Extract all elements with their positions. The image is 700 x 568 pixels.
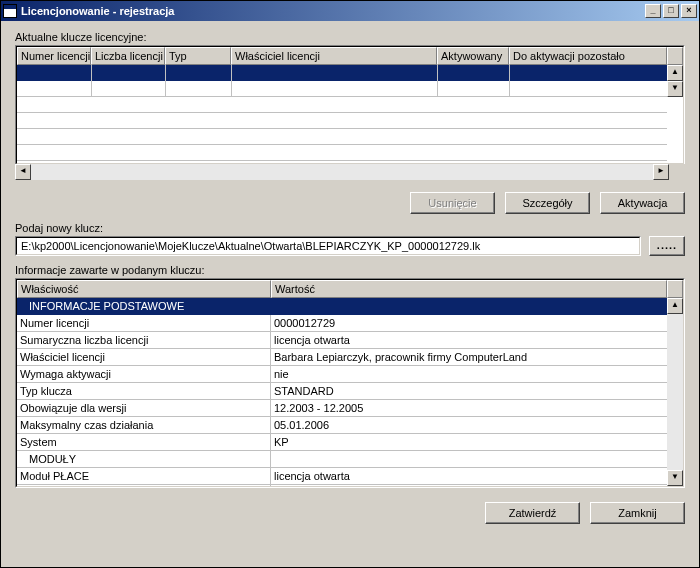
license-table-header: Numer licencji Liczba licencji Typ Właśc…: [17, 47, 667, 65]
table-row[interactable]: Sumaryczna liczba licencjilicencja otwar…: [17, 332, 667, 349]
table-row[interactable]: Maksymalny czas działania05.01.2006: [17, 417, 667, 434]
property-cell: System: [17, 434, 271, 451]
delete-button[interactable]: Usunięcie: [410, 192, 495, 214]
table-row[interactable]: Właściciel licencjiBarbara Lepiarczyk, p…: [17, 349, 667, 366]
scroll-down-icon[interactable]: ▼: [667, 470, 683, 486]
scroll-down-icon[interactable]: ▼: [667, 81, 683, 97]
key-info-label: Informacje zawarte w podanym kluczu:: [15, 264, 685, 276]
property-cell: Sumaryczna liczba licencji: [17, 332, 271, 349]
property-cell: Obowiązuje dla wersji: [17, 400, 271, 417]
license-vscroll[interactable]: ▲ ▼: [667, 47, 683, 97]
property-cell: Maksymalny czas działania: [17, 417, 271, 434]
confirm-button[interactable]: Zatwierdź: [485, 502, 580, 524]
table-row[interactable]: Moduł KADRYlicencja otwarta: [17, 485, 667, 486]
table-row[interactable]: INFORMACJE PODSTAWOWE: [17, 298, 667, 315]
property-cell: MODUŁY: [17, 451, 271, 468]
license-table-body[interactable]: [17, 65, 667, 97]
app-icon: [3, 4, 17, 18]
table-row[interactable]: Wymaga aktywacjinie: [17, 366, 667, 383]
dialog-buttons: Zatwierdź Zamknij: [15, 502, 685, 524]
close-dialog-button[interactable]: Zamknij: [590, 502, 685, 524]
value-cell: licencja otwarta: [271, 485, 667, 486]
window: Licencjonowanie - rejestracja _ □ × Aktu…: [0, 0, 700, 568]
scroll-left-icon[interactable]: ◄: [15, 164, 31, 180]
browse-button[interactable]: .....: [649, 236, 685, 256]
col-pozostalo[interactable]: Do aktywacji pozostało: [509, 47, 667, 65]
close-button[interactable]: ×: [681, 4, 697, 18]
license-hscroll[interactable]: ◄ ►: [15, 164, 685, 180]
window-controls: _ □ ×: [645, 4, 697, 18]
minimize-button[interactable]: _: [645, 4, 661, 18]
col-numer[interactable]: Numer licencji: [17, 47, 91, 65]
license-table: Numer licencji Liczba licencji Typ Właśc…: [15, 45, 685, 165]
value-cell: 05.01.2006: [271, 417, 667, 434]
selected-row[interactable]: [17, 65, 667, 81]
col-wlasciciel[interactable]: Właściciel licencji: [231, 47, 437, 65]
scroll-up-icon[interactable]: ▲: [667, 65, 683, 81]
property-cell: INFORMACJE PODSTAWOWE: [17, 298, 271, 315]
details-table: Właściwość Wartość INFORMACJE PODSTAWOWE…: [15, 278, 685, 488]
col-property[interactable]: Właściwość: [17, 280, 271, 298]
maximize-button[interactable]: □: [663, 4, 679, 18]
table-row[interactable]: SystemKP: [17, 434, 667, 451]
new-key-label: Podaj nowy klucz:: [15, 222, 685, 234]
current-keys-label: Aktualne klucze licencyjne:: [15, 31, 685, 43]
value-cell: nie: [271, 366, 667, 383]
property-cell: Typ klucza: [17, 383, 271, 400]
value-cell: STANDARD: [271, 383, 667, 400]
license-buttons: Usunięcie Szczegóły Aktywacja: [15, 192, 685, 214]
table-row[interactable]: Moduł PŁACElicencja otwarta: [17, 468, 667, 485]
scroll-right-icon[interactable]: ►: [653, 164, 669, 180]
details-table-header: Właściwość Wartość: [17, 280, 667, 298]
value-cell: 12.2003 - 12.2005: [271, 400, 667, 417]
value-cell: licencja otwarta: [271, 468, 667, 485]
value-cell: licencja otwarta: [271, 332, 667, 349]
col-aktywowany[interactable]: Aktywowany: [437, 47, 509, 65]
value-cell: Barbara Lepiarczyk, pracownik firmy Comp…: [271, 349, 667, 366]
col-typ[interactable]: Typ: [165, 47, 231, 65]
window-title: Licencjonowanie - rejestracja: [21, 5, 645, 17]
details-button[interactable]: Szczegóły: [505, 192, 590, 214]
property-cell: Wymaga aktywacji: [17, 366, 271, 383]
property-cell: Numer licencji: [17, 315, 271, 332]
table-row[interactable]: Obowiązuje dla wersji12.2003 - 12.2005: [17, 400, 667, 417]
value-cell: [271, 298, 667, 315]
scroll-up-icon[interactable]: ▲: [667, 298, 683, 314]
table-row[interactable]: Typ kluczaSTANDARD: [17, 383, 667, 400]
value-cell: [271, 451, 667, 468]
property-cell: Moduł PŁACE: [17, 468, 271, 485]
content: Aktualne klucze licencyjne: Numer licenc…: [1, 21, 699, 567]
key-path-input[interactable]: E:\kp2000\Licencjonowanie\MojeKlucze\Akt…: [15, 236, 641, 256]
col-value[interactable]: Wartość: [271, 280, 667, 298]
property-cell: Moduł KADRY: [17, 485, 271, 486]
col-liczba[interactable]: Liczba licencji: [91, 47, 165, 65]
table-row[interactable]: MODUŁY: [17, 451, 667, 468]
value-cell: 0000012729: [271, 315, 667, 332]
details-table-body[interactable]: INFORMACJE PODSTAWOWENumer licencji00000…: [17, 298, 667, 486]
details-vscroll[interactable]: ▲ ▼: [667, 280, 683, 486]
table-row[interactable]: Numer licencji0000012729: [17, 315, 667, 332]
activate-button[interactable]: Aktywacja: [600, 192, 685, 214]
titlebar[interactable]: Licencjonowanie - rejestracja _ □ ×: [1, 1, 699, 21]
property-cell: Właściciel licencji: [17, 349, 271, 366]
value-cell: KP: [271, 434, 667, 451]
